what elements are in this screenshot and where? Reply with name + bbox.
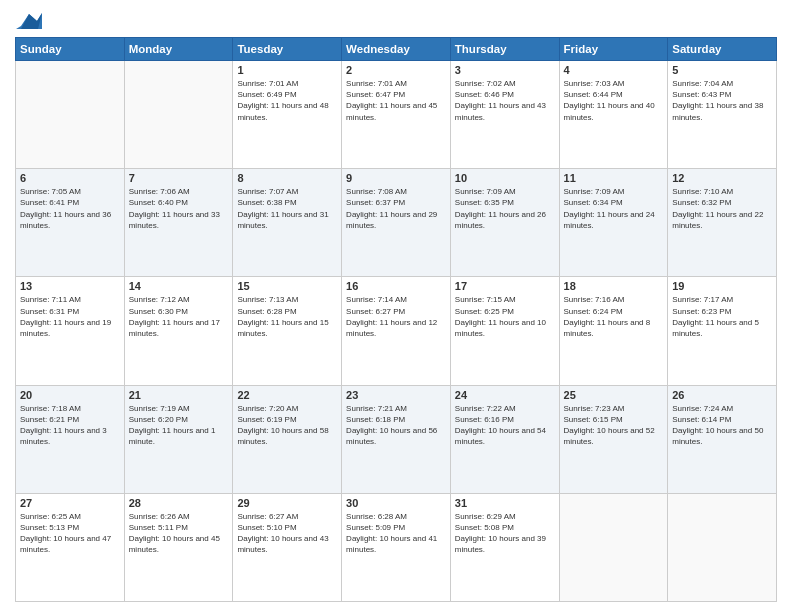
cell-info: Sunrise: 7:06 AMSunset: 6:40 PMDaylight:… bbox=[129, 186, 229, 231]
day-number: 29 bbox=[237, 497, 337, 509]
calendar-cell: 19Sunrise: 7:17 AMSunset: 6:23 PMDayligh… bbox=[668, 277, 777, 385]
day-number: 12 bbox=[672, 172, 772, 184]
cell-info: Sunrise: 7:19 AMSunset: 6:20 PMDaylight:… bbox=[129, 403, 229, 448]
calendar-cell bbox=[16, 60, 125, 168]
day-number: 23 bbox=[346, 389, 446, 401]
calendar-cell: 29Sunrise: 6:27 AMSunset: 5:10 PMDayligh… bbox=[233, 493, 342, 601]
day-number: 18 bbox=[564, 280, 664, 292]
day-number: 11 bbox=[564, 172, 664, 184]
calendar-cell: 11Sunrise: 7:09 AMSunset: 6:34 PMDayligh… bbox=[559, 169, 668, 277]
calendar-week-row: 13Sunrise: 7:11 AMSunset: 6:31 PMDayligh… bbox=[16, 277, 777, 385]
day-number: 25 bbox=[564, 389, 664, 401]
cell-info: Sunrise: 7:22 AMSunset: 6:16 PMDaylight:… bbox=[455, 403, 555, 448]
weekday-header-sunday: Sunday bbox=[16, 37, 125, 60]
calendar-cell: 4Sunrise: 7:03 AMSunset: 6:44 PMDaylight… bbox=[559, 60, 668, 168]
calendar-cell: 15Sunrise: 7:13 AMSunset: 6:28 PMDayligh… bbox=[233, 277, 342, 385]
calendar-cell: 28Sunrise: 6:26 AMSunset: 5:11 PMDayligh… bbox=[124, 493, 233, 601]
page: SundayMondayTuesdayWednesdayThursdayFrid… bbox=[0, 0, 792, 612]
cell-info: Sunrise: 7:11 AMSunset: 6:31 PMDaylight:… bbox=[20, 294, 120, 339]
calendar-cell: 7Sunrise: 7:06 AMSunset: 6:40 PMDaylight… bbox=[124, 169, 233, 277]
calendar-cell: 3Sunrise: 7:02 AMSunset: 6:46 PMDaylight… bbox=[450, 60, 559, 168]
cell-info: Sunrise: 6:26 AMSunset: 5:11 PMDaylight:… bbox=[129, 511, 229, 556]
weekday-header-wednesday: Wednesday bbox=[342, 37, 451, 60]
calendar-cell: 10Sunrise: 7:09 AMSunset: 6:35 PMDayligh… bbox=[450, 169, 559, 277]
cell-info: Sunrise: 7:12 AMSunset: 6:30 PMDaylight:… bbox=[129, 294, 229, 339]
header bbox=[15, 10, 777, 31]
day-number: 1 bbox=[237, 64, 337, 76]
cell-info: Sunrise: 7:03 AMSunset: 6:44 PMDaylight:… bbox=[564, 78, 664, 123]
day-number: 27 bbox=[20, 497, 120, 509]
calendar-cell bbox=[124, 60, 233, 168]
day-number: 13 bbox=[20, 280, 120, 292]
day-number: 31 bbox=[455, 497, 555, 509]
day-number: 30 bbox=[346, 497, 446, 509]
cell-info: Sunrise: 7:02 AMSunset: 6:46 PMDaylight:… bbox=[455, 78, 555, 123]
day-number: 5 bbox=[672, 64, 772, 76]
cell-info: Sunrise: 7:15 AMSunset: 6:25 PMDaylight:… bbox=[455, 294, 555, 339]
cell-info: Sunrise: 7:23 AMSunset: 6:15 PMDaylight:… bbox=[564, 403, 664, 448]
calendar-week-row: 6Sunrise: 7:05 AMSunset: 6:41 PMDaylight… bbox=[16, 169, 777, 277]
calendar-table: SundayMondayTuesdayWednesdayThursdayFrid… bbox=[15, 37, 777, 602]
cell-info: Sunrise: 6:28 AMSunset: 5:09 PMDaylight:… bbox=[346, 511, 446, 556]
calendar-week-row: 27Sunrise: 6:25 AMSunset: 5:13 PMDayligh… bbox=[16, 493, 777, 601]
day-number: 26 bbox=[672, 389, 772, 401]
day-number: 22 bbox=[237, 389, 337, 401]
calendar-cell: 30Sunrise: 6:28 AMSunset: 5:09 PMDayligh… bbox=[342, 493, 451, 601]
calendar-week-row: 1Sunrise: 7:01 AMSunset: 6:49 PMDaylight… bbox=[16, 60, 777, 168]
cell-info: Sunrise: 7:05 AMSunset: 6:41 PMDaylight:… bbox=[20, 186, 120, 231]
cell-info: Sunrise: 7:01 AMSunset: 6:49 PMDaylight:… bbox=[237, 78, 337, 123]
calendar-cell: 21Sunrise: 7:19 AMSunset: 6:20 PMDayligh… bbox=[124, 385, 233, 493]
day-number: 17 bbox=[455, 280, 555, 292]
calendar-cell: 5Sunrise: 7:04 AMSunset: 6:43 PMDaylight… bbox=[668, 60, 777, 168]
cell-info: Sunrise: 6:25 AMSunset: 5:13 PMDaylight:… bbox=[20, 511, 120, 556]
day-number: 7 bbox=[129, 172, 229, 184]
day-number: 19 bbox=[672, 280, 772, 292]
calendar-cell bbox=[668, 493, 777, 601]
day-number: 24 bbox=[455, 389, 555, 401]
cell-info: Sunrise: 7:24 AMSunset: 6:14 PMDaylight:… bbox=[672, 403, 772, 448]
calendar-cell: 16Sunrise: 7:14 AMSunset: 6:27 PMDayligh… bbox=[342, 277, 451, 385]
day-number: 2 bbox=[346, 64, 446, 76]
weekday-header-monday: Monday bbox=[124, 37, 233, 60]
day-number: 14 bbox=[129, 280, 229, 292]
day-number: 6 bbox=[20, 172, 120, 184]
cell-info: Sunrise: 7:21 AMSunset: 6:18 PMDaylight:… bbox=[346, 403, 446, 448]
cell-info: Sunrise: 7:04 AMSunset: 6:43 PMDaylight:… bbox=[672, 78, 772, 123]
day-number: 28 bbox=[129, 497, 229, 509]
calendar-cell: 18Sunrise: 7:16 AMSunset: 6:24 PMDayligh… bbox=[559, 277, 668, 385]
day-number: 16 bbox=[346, 280, 446, 292]
cell-info: Sunrise: 7:07 AMSunset: 6:38 PMDaylight:… bbox=[237, 186, 337, 231]
calendar-cell: 2Sunrise: 7:01 AMSunset: 6:47 PMDaylight… bbox=[342, 60, 451, 168]
calendar-cell: 1Sunrise: 7:01 AMSunset: 6:49 PMDaylight… bbox=[233, 60, 342, 168]
cell-info: Sunrise: 7:10 AMSunset: 6:32 PMDaylight:… bbox=[672, 186, 772, 231]
logo bbox=[15, 10, 18, 31]
cell-info: Sunrise: 7:14 AMSunset: 6:27 PMDaylight:… bbox=[346, 294, 446, 339]
weekday-header-thursday: Thursday bbox=[450, 37, 559, 60]
calendar-cell: 13Sunrise: 7:11 AMSunset: 6:31 PMDayligh… bbox=[16, 277, 125, 385]
day-number: 21 bbox=[129, 389, 229, 401]
calendar-cell: 14Sunrise: 7:12 AMSunset: 6:30 PMDayligh… bbox=[124, 277, 233, 385]
day-number: 8 bbox=[237, 172, 337, 184]
cell-info: Sunrise: 7:01 AMSunset: 6:47 PMDaylight:… bbox=[346, 78, 446, 123]
day-number: 20 bbox=[20, 389, 120, 401]
cell-info: Sunrise: 7:20 AMSunset: 6:19 PMDaylight:… bbox=[237, 403, 337, 448]
cell-info: Sunrise: 7:18 AMSunset: 6:21 PMDaylight:… bbox=[20, 403, 120, 448]
calendar-cell bbox=[559, 493, 668, 601]
day-number: 4 bbox=[564, 64, 664, 76]
calendar-cell: 22Sunrise: 7:20 AMSunset: 6:19 PMDayligh… bbox=[233, 385, 342, 493]
day-number: 3 bbox=[455, 64, 555, 76]
cell-info: Sunrise: 7:09 AMSunset: 6:34 PMDaylight:… bbox=[564, 186, 664, 231]
calendar-cell: 9Sunrise: 7:08 AMSunset: 6:37 PMDaylight… bbox=[342, 169, 451, 277]
calendar-cell: 23Sunrise: 7:21 AMSunset: 6:18 PMDayligh… bbox=[342, 385, 451, 493]
calendar-cell: 6Sunrise: 7:05 AMSunset: 6:41 PMDaylight… bbox=[16, 169, 125, 277]
calendar-cell: 8Sunrise: 7:07 AMSunset: 6:38 PMDaylight… bbox=[233, 169, 342, 277]
weekday-header-tuesday: Tuesday bbox=[233, 37, 342, 60]
calendar-cell: 12Sunrise: 7:10 AMSunset: 6:32 PMDayligh… bbox=[668, 169, 777, 277]
cell-info: Sunrise: 6:29 AMSunset: 5:08 PMDaylight:… bbox=[455, 511, 555, 556]
cell-info: Sunrise: 7:09 AMSunset: 6:35 PMDaylight:… bbox=[455, 186, 555, 231]
weekday-header-friday: Friday bbox=[559, 37, 668, 60]
calendar-cell: 26Sunrise: 7:24 AMSunset: 6:14 PMDayligh… bbox=[668, 385, 777, 493]
calendar-cell: 20Sunrise: 7:18 AMSunset: 6:21 PMDayligh… bbox=[16, 385, 125, 493]
calendar-week-row: 20Sunrise: 7:18 AMSunset: 6:21 PMDayligh… bbox=[16, 385, 777, 493]
cell-info: Sunrise: 6:27 AMSunset: 5:10 PMDaylight:… bbox=[237, 511, 337, 556]
